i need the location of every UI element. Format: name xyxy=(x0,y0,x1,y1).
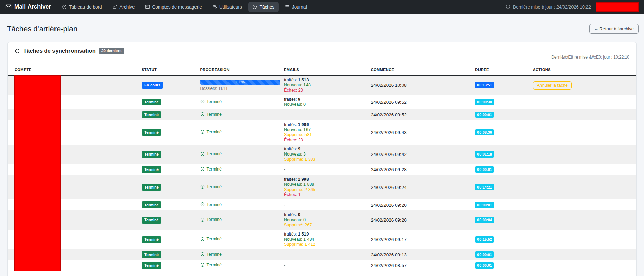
progress-cell: Terminé xyxy=(200,175,284,199)
emails-cell: - xyxy=(284,249,371,260)
emails-processed: traités: 1 519 xyxy=(284,232,366,237)
navbar-last-update: Dernière mise à jour : 24/02/2026 10:22 xyxy=(506,4,591,10)
emails-cell: - xyxy=(284,199,371,210)
archive-icon xyxy=(112,4,117,9)
column-header-commenc-: COMMENCÉ xyxy=(371,64,475,75)
nav-item-label: Comptes de messagerie xyxy=(152,4,202,10)
card-refresh-timestamp: Derni&#xE8;re mise &#xE0; jour : 10:22:1… xyxy=(15,55,629,60)
duration-badge: 00:00:01 xyxy=(475,166,494,173)
emails-processed: traités: 9 xyxy=(284,97,366,102)
duration-badge: 00:00:01 xyxy=(475,112,494,118)
emails-cell: traités: 1 519Nouveau: 1 484Supprimé: 1 … xyxy=(284,230,371,249)
started-cell: 24/02/2026 09:24 xyxy=(371,175,475,199)
refresh-icon xyxy=(15,48,20,54)
card-title: Tâches de synchronisation xyxy=(23,48,96,54)
navbar-last-update-text: Dernière mise à jour : 24/02/2026 10:22 xyxy=(513,4,591,10)
duration-cell: 00:00:01 xyxy=(475,109,533,120)
emails-new: Nouveau: 0 xyxy=(284,102,366,107)
duration-cell: 00:00:01 xyxy=(475,199,533,210)
page-title: Tâches d'arrière-plan xyxy=(7,25,77,33)
progress-cell: 100%Dossiers: 11/11 xyxy=(200,75,284,95)
emails-processed: traités: 2 998 xyxy=(284,177,366,182)
top-navbar: Mail-Archiver Tableau de bordArchiveComp… xyxy=(0,0,644,14)
progress-cell: Terminé xyxy=(200,120,284,145)
emails-cell: traités: 0Nouveau: 0Supprimé: 267 xyxy=(284,210,371,230)
started-timestamp: 24/02/2026 09:24 xyxy=(371,185,407,190)
check-circle-icon xyxy=(200,202,205,207)
progress-bar: 100% xyxy=(200,80,280,85)
actions-cell xyxy=(533,210,636,230)
table-row: TerminéTerminétraités: 1 986Nouveau: 167… xyxy=(8,120,636,145)
emails-deleted: Supprimé: 1 383 xyxy=(284,157,366,162)
started-timestamp: 24/02/2026 09:28 xyxy=(371,167,407,172)
main-content: Tâches d'arrière-plan ← Retour à l'archi… xyxy=(0,24,644,276)
nav-item-journal[interactable]: Journal xyxy=(281,2,311,12)
emails-cell: traités: 9Nouveau: 3Supprimé: 1 383 xyxy=(284,145,371,164)
status-badge: En cours xyxy=(142,82,163,89)
back-to-archive-button[interactable]: ← Retour à l'archive xyxy=(589,24,639,34)
duration-cell: 00:01:18 xyxy=(475,145,533,164)
duration-badge: 00:00:04 xyxy=(475,217,494,223)
status-badge: Terminé xyxy=(142,111,161,118)
table-row: TerminéTerminé-24/02/2026 09:1300:00:01 xyxy=(8,249,636,260)
nav-item-t-ches[interactable]: Tâches xyxy=(248,2,279,12)
redacted-user-menu xyxy=(596,2,639,12)
column-header-actions: ACTIONS xyxy=(533,64,636,75)
started-cell: 24/02/2026 09:17 xyxy=(371,230,475,249)
started-cell: 24/02/2026 09:28 xyxy=(371,164,475,175)
table-row: En cours100%Dossiers: 11/11traités: 1 51… xyxy=(8,75,636,95)
emails-processed: traités: 1 513 xyxy=(284,78,366,83)
duration-badge: 00:00:01 xyxy=(475,262,494,269)
actions-cell xyxy=(533,199,636,210)
nav-item-label: Journal xyxy=(292,4,307,10)
duration-cell: 00:15:52 xyxy=(475,230,533,249)
started-cell: 24/02/2026 08:57 xyxy=(371,260,475,271)
progress-done: Terminé xyxy=(200,130,222,134)
actions-cell xyxy=(533,260,636,271)
emails-failed: Échec: 1 xyxy=(284,192,366,197)
check-circle-icon xyxy=(200,152,205,156)
emails-deleted: Supprimé: 2 365 xyxy=(284,187,366,192)
status-cell: Terminé xyxy=(142,260,200,271)
progress-done: Terminé xyxy=(200,184,222,189)
column-header-compte: COMPTE xyxy=(8,64,142,75)
people-icon xyxy=(212,4,217,9)
started-timestamp: 24/02/2026 09:43 xyxy=(371,130,407,135)
duration-badge: 00:00:01 xyxy=(475,251,494,258)
progress-cell: Terminé xyxy=(200,109,284,120)
cancel-task-button[interactable]: Annuler la tâche xyxy=(533,81,572,90)
progress-done-label: Terminé xyxy=(207,99,222,104)
nav-item-tableau-de-bord[interactable]: Tableau de bord xyxy=(58,2,106,12)
duration-cell: 00:08:36 xyxy=(475,120,533,145)
navbar-right: Dernière mise à jour : 24/02/2026 10:22 xyxy=(506,2,639,12)
status-cell: Terminé xyxy=(142,249,200,260)
brand[interactable]: Mail-Archiver xyxy=(5,3,51,10)
duration-badge: 00:08:36 xyxy=(475,129,494,136)
nav-item-comptes-de-messagerie[interactable]: Comptes de messagerie xyxy=(141,2,206,12)
progress-cell: Terminé xyxy=(200,164,284,175)
duration-cell: 00:00:04 xyxy=(475,210,533,230)
progress-cell: Terminé xyxy=(200,260,284,271)
progress-done-label: Terminé xyxy=(207,167,222,172)
check-circle-icon xyxy=(200,167,205,171)
table-row: TerminéTerminé-24/02/2026 09:5200:00:01 xyxy=(8,109,636,120)
list-icon xyxy=(285,4,289,9)
column-header-statut: STATUT xyxy=(142,64,200,75)
emails-deleted: Supprimé: 267 xyxy=(284,223,366,228)
started-timestamp: 24/02/2026 09:17 xyxy=(371,237,407,242)
status-cell: En cours xyxy=(142,75,200,95)
duration-cell: 00:00:01 xyxy=(475,260,533,271)
nav-item-utilisateurs[interactable]: Utilisateurs xyxy=(208,2,246,12)
nav-item-label: Archive xyxy=(120,4,135,10)
actions-cell xyxy=(533,145,636,164)
nav-item-archive[interactable]: Archive xyxy=(108,2,139,12)
empty-value: - xyxy=(284,112,285,117)
page-head: Tâches d'arrière-plan ← Retour à l'archi… xyxy=(7,24,639,34)
started-cell: 24/02/2026 09:52 xyxy=(371,109,475,120)
started-cell: 24/02/2026 09:42 xyxy=(371,145,475,164)
empty-value: - xyxy=(284,202,285,207)
progress-done: Terminé xyxy=(200,237,222,241)
duration-badge: 00:01:18 xyxy=(475,151,494,158)
last-count-badge: 20 derniers xyxy=(99,48,124,54)
duration-cell: 00:13:51 xyxy=(475,75,533,95)
